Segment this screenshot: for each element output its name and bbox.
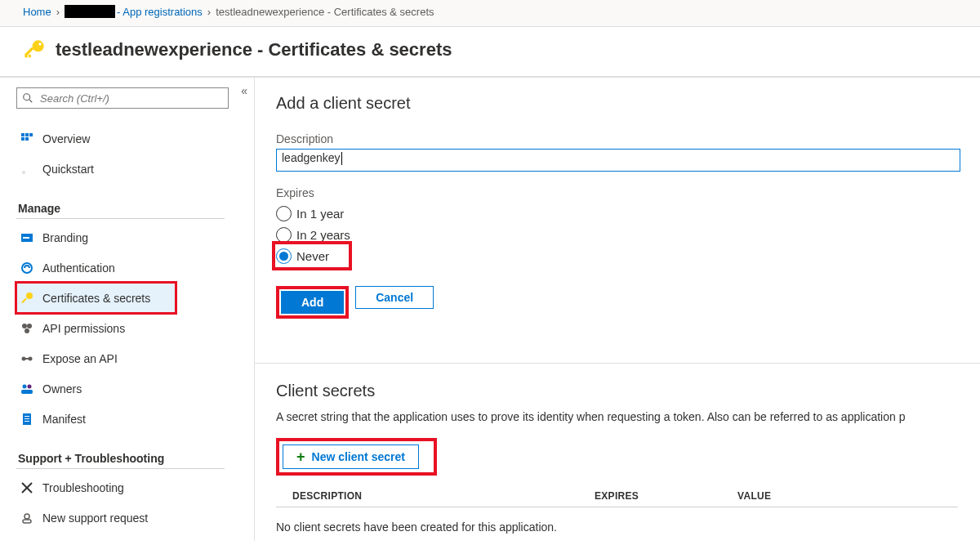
- radio-icon: [276, 248, 292, 264]
- collapse-icon[interactable]: «: [241, 84, 247, 97]
- svg-rect-9: [29, 133, 33, 136]
- sidebar-item-owners[interactable]: Owners: [16, 373, 246, 404]
- permissions-icon: [20, 321, 34, 336]
- svg-point-18: [22, 324, 27, 328]
- api-icon: [20, 351, 34, 366]
- redacted-segment: [65, 5, 115, 18]
- sidebar-item-label: Quickstart: [42, 163, 94, 176]
- sidebar-item-overview[interactable]: Overview: [16, 123, 246, 154]
- chevron-right-icon: ›: [207, 6, 211, 18]
- breadcrumb-app-registrations[interactable]: - App registrations: [117, 6, 203, 18]
- svg-rect-28: [24, 416, 29, 417]
- svg-rect-17: [21, 297, 26, 302]
- svg-rect-14: [23, 237, 29, 239]
- radio-icon: [276, 227, 292, 243]
- highlight-box: Add: [276, 286, 349, 319]
- plus-icon: +: [296, 449, 305, 466]
- sidebar-item-label: Certificates & secrets: [42, 292, 150, 305]
- sidebar-item-manifest[interactable]: Manifest: [16, 404, 246, 434]
- client-secrets-section: Client secrets A secret string that the …: [255, 364, 980, 534]
- sidebar: « Overview Quickstart Manage Branding: [0, 78, 255, 541]
- svg-point-33: [24, 514, 29, 519]
- radio-icon: [276, 206, 292, 221]
- radio-option-never[interactable]: Never: [276, 245, 348, 266]
- svg-line-6: [29, 100, 33, 103]
- svg-rect-26: [21, 390, 33, 394]
- svg-point-16: [26, 293, 33, 299]
- sidebar-item-authentication[interactable]: Authentication: [16, 252, 246, 283]
- expires-label: Expires: [276, 186, 980, 199]
- grid-icon: [20, 132, 34, 146]
- rocket-icon: [20, 162, 34, 176]
- radio-label: In 1 year: [296, 207, 344, 221]
- svg-point-15: [22, 263, 32, 273]
- sidebar-item-branding[interactable]: Branding: [16, 222, 246, 252]
- col-value: VALUE: [737, 490, 880, 502]
- auth-icon: [20, 261, 34, 275]
- radio-option-1year[interactable]: In 1 year: [276, 203, 980, 224]
- key-icon: [20, 291, 34, 306]
- sidebar-item-troubleshooting[interactable]: Troubleshooting: [16, 472, 246, 503]
- sidebar-section-support: Support + Troubleshooting: [18, 452, 246, 465]
- sidebar-item-expose-api[interactable]: Expose an API: [16, 343, 246, 373]
- svg-rect-4: [29, 55, 31, 58]
- svg-rect-11: [25, 137, 29, 141]
- svg-rect-34: [23, 520, 31, 523]
- add-button[interactable]: Add: [281, 291, 344, 314]
- svg-rect-7: [21, 133, 24, 136]
- support-icon: [20, 511, 34, 525]
- new-client-secret-button[interactable]: + New client secret: [283, 444, 419, 469]
- svg-point-12: [22, 171, 25, 174]
- divider: [16, 468, 225, 469]
- sidebar-item-label: Manifest: [42, 413, 86, 426]
- radio-label: In 2 years: [296, 228, 350, 242]
- owners-icon: [20, 382, 34, 396]
- sidebar-item-label: Branding: [42, 231, 88, 244]
- sidebar-item-quickstart[interactable]: Quickstart: [16, 154, 246, 184]
- main-content: Add a client secret Description leadgenk…: [255, 78, 980, 541]
- svg-point-5: [24, 94, 30, 101]
- cancel-button[interactable]: Cancel: [355, 286, 434, 309]
- sidebar-item-label: Overview: [42, 132, 90, 145]
- sidebar-item-label: API permissions: [42, 322, 125, 335]
- key-icon: [23, 38, 46, 61]
- sidebar-section-manage: Manage: [18, 202, 246, 215]
- divider: [276, 507, 958, 507]
- description-input[interactable]: leadgenkey: [276, 149, 960, 172]
- search-input[interactable]: [38, 92, 223, 105]
- sidebar-item-certificates-secrets[interactable]: Certificates & secrets: [16, 283, 176, 313]
- breadcrumb-home[interactable]: Home: [23, 6, 51, 18]
- col-expires: EXPIRES: [595, 490, 737, 502]
- col-description: DESCRIPTION: [276, 490, 595, 502]
- svg-point-1: [38, 42, 42, 46]
- svg-point-0: [33, 40, 44, 51]
- panel-title: Add a client secret: [276, 94, 980, 113]
- empty-state-text: No client secrets have been created for …: [276, 520, 980, 534]
- sidebar-item-label: New support request: [42, 511, 148, 525]
- breadcrumb-current: testleadnewexperience - Certificates & s…: [216, 6, 434, 18]
- svg-point-20: [24, 328, 29, 333]
- sidebar-item-new-support-request[interactable]: New support request: [16, 503, 246, 533]
- sidebar-item-label: Owners: [42, 382, 82, 395]
- text-cursor: [341, 152, 342, 165]
- wrench-icon: [20, 480, 34, 495]
- button-label: New client secret: [312, 450, 405, 463]
- radio-option-2years[interactable]: In 2 years: [276, 224, 980, 245]
- sidebar-item-label: Expose an API: [42, 352, 118, 365]
- section-title: Client secrets: [276, 382, 980, 400]
- search-box[interactable]: [16, 87, 229, 109]
- svg-point-24: [23, 384, 27, 388]
- tag-icon: [20, 230, 34, 245]
- search-icon: [22, 92, 33, 104]
- description-label: Description: [276, 132, 980, 145]
- svg-rect-29: [24, 418, 29, 419]
- sidebar-item-label: Authentication: [42, 261, 115, 275]
- svg-rect-3: [24, 54, 27, 58]
- highlight-box: + New client secret: [276, 438, 437, 476]
- sidebar-item-api-permissions[interactable]: API permissions: [16, 313, 246, 343]
- radio-label: Never: [296, 249, 329, 263]
- svg-rect-30: [24, 421, 29, 422]
- sidebar-item-label: Troubleshooting: [42, 481, 124, 494]
- svg-point-19: [27, 324, 32, 328]
- svg-point-25: [28, 384, 32, 388]
